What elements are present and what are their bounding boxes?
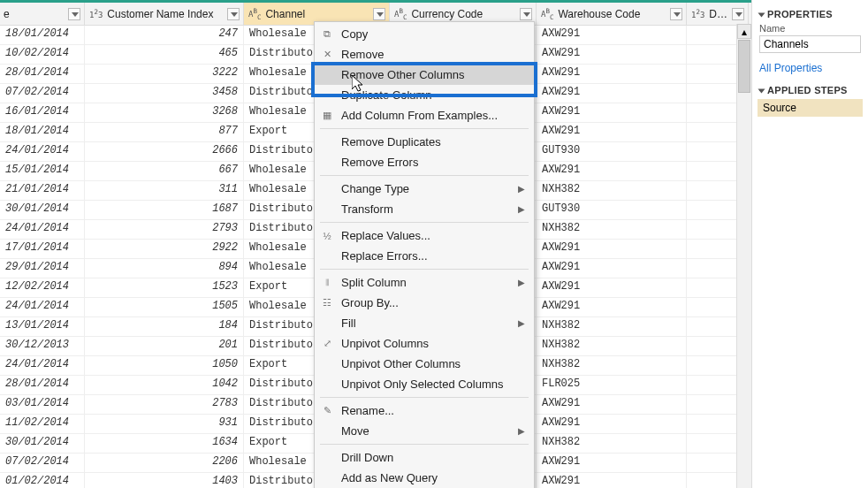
menu-item-add-as-new-query[interactable]: Add as New Query [315,468,534,488]
cell-date: 11/02/2014 [0,415,85,433]
scroll-thumb[interactable] [738,40,750,93]
menu-item-label: Fill [341,316,356,330]
submenu-arrow-icon: ▶ [518,278,525,287]
cell-warehouse: NXH382 [537,337,687,355]
menu-separator [320,222,529,223]
menu-item-label: Remove Errors [341,156,418,169]
menu-item-icon: ½ [318,231,336,241]
menu-item-label: Add Column From Examples... [341,109,498,122]
menu-item-remove[interactable]: ✕Remove [315,44,534,65]
menu-item-label: Drill Down [341,451,393,464]
menu-item-label: Remove [341,48,384,61]
menu-item-copy[interactable]: ⧉Copy [315,24,534,44]
menu-item-icon: ⫴ [318,277,336,288]
scroll-up-button[interactable]: ▴ [737,24,751,39]
column-header-e[interactable]: e [0,3,85,25]
menu-item-label: Group By... [341,296,399,309]
cell-date: 30/12/2013 [0,337,85,355]
cell-customer-index: 2783 [85,395,244,414]
menu-item-split-column[interactable]: ⫴Split Column▶ [315,272,534,293]
properties-section-header[interactable]: PROPERTIES [759,9,861,19]
menu-item-label: Remove Other Columns [341,68,464,81]
menu-item-move[interactable]: Move▶ [315,421,534,441]
all-properties-link[interactable]: All Properties [759,62,861,74]
cell-date: 10/02/2014 [0,45,85,64]
menu-item-replace-errors[interactable]: Replace Errors... [315,246,534,266]
menu-item-label: Add as New Query [341,471,438,484]
cell-customer-index: 2666 [85,142,244,161]
filter-dropdown-icon[interactable] [227,8,240,20]
filter-dropdown-icon[interactable] [68,8,80,20]
cell-warehouse: NXH382 [537,317,687,336]
cell-customer-index: 3458 [85,84,244,103]
cell-customer-index: 2206 [85,454,244,472]
menu-item-label: Duplicate Column [341,88,432,102]
vertical-scrollbar[interactable]: ▴ [736,24,751,488]
cell-warehouse: AXW291 [537,473,687,488]
menu-item-remove-other-columns[interactable]: Remove Other Columns [315,65,534,85]
cell-customer-index: 3268 [85,103,244,122]
menu-item-label: Rename... [341,404,394,417]
cell-customer-index: 1042 [85,376,244,394]
cell-customer-index: 201 [85,337,244,355]
menu-item-fill[interactable]: Fill▶ [315,313,534,333]
cell-date: 16/01/2014 [0,103,85,122]
menu-item-transform[interactable]: Transform▶ [315,199,534,219]
cell-warehouse: FLR025 [537,376,687,394]
column-header-customer-name-index[interactable]: 123Customer Name Index [85,3,244,25]
query-name-input[interactable] [759,35,861,53]
menu-item-replace-values[interactable]: ½Replace Values... [315,225,534,246]
menu-item-add-column-from-examples[interactable]: ▦Add Column From Examples... [315,105,534,126]
column-header-warehouse-code[interactable]: ABCWarehouse Code [537,3,687,25]
menu-item-label: Copy [341,27,368,41]
cell-date: 17/01/2014 [0,240,85,258]
menu-item-drill-down[interactable]: Drill Down [315,447,534,468]
cell-date: 03/01/2014 [0,395,85,414]
cell-customer-index: 1523 [85,278,244,297]
menu-item-change-type[interactable]: Change Type▶ [315,179,534,199]
submenu-arrow-icon: ▶ [518,204,525,214]
datatype-icon: 123 [690,8,705,19]
cell-warehouse: AXW291 [537,123,687,141]
cell-date: 30/01/2014 [0,201,85,219]
menu-item-icon: ▦ [318,110,336,121]
name-label: Name [759,23,861,34]
cell-date: 24/01/2014 [0,298,85,316]
menu-item-rename[interactable]: ✎Rename... [315,400,534,421]
cell-warehouse: AXW291 [537,278,687,297]
cell-customer-index: 1687 [85,201,244,219]
menu-item-unpivot-other-columns[interactable]: Unpivot Other Columns [315,354,534,374]
datatype-icon: ABC [540,7,554,21]
cell-warehouse: NXH382 [537,356,687,375]
cell-customer-index: 311 [85,181,244,200]
menu-item-unpivot-only-selected-columns[interactable]: Unpivot Only Selected Columns [315,374,534,394]
menu-item-duplicate-column[interactable]: Duplicate Column [315,85,534,105]
cell-date: 29/01/2014 [0,259,85,278]
filter-dropdown-icon[interactable] [373,8,385,20]
applied-step-source[interactable]: Source [758,99,863,117]
menu-item-unpivot-columns[interactable]: ⤢Unpivot Columns [315,333,534,354]
menu-item-remove-duplicates[interactable]: Remove Duplicates [315,132,534,152]
menu-item-label: Change Type [341,182,409,195]
cell-date: 28/01/2014 [0,376,85,394]
cell-customer-index: 2793 [85,220,244,239]
cell-customer-index: 2922 [85,240,244,258]
cell-date: 12/02/2014 [0,278,85,297]
filter-dropdown-icon[interactable] [670,8,682,20]
submenu-arrow-icon: ▶ [518,318,525,328]
applied-steps-header[interactable]: APPLIED STEPS [759,85,861,95]
submenu-arrow-icon: ▶ [518,184,525,194]
menu-item-label: Replace Errors... [341,249,428,263]
menu-item-group-by[interactable]: ☷Group By... [315,293,534,313]
column-header-deliver[interactable]: 123Deliver [687,3,749,25]
filter-dropdown-icon[interactable] [520,8,532,20]
filter-dropdown-icon[interactable] [732,8,744,20]
query-settings-panel: PROPERTIES Name All Properties APPLIED S… [751,0,868,488]
menu-item-icon: ☷ [318,297,336,309]
cell-customer-index: 667 [85,162,244,180]
menu-item-label: Remove Duplicates [341,135,441,149]
menu-separator [320,397,529,398]
cell-customer-index: 894 [85,259,244,278]
menu-item-remove-errors[interactable]: Remove Errors [315,152,534,172]
cell-customer-index: 931 [85,415,244,433]
